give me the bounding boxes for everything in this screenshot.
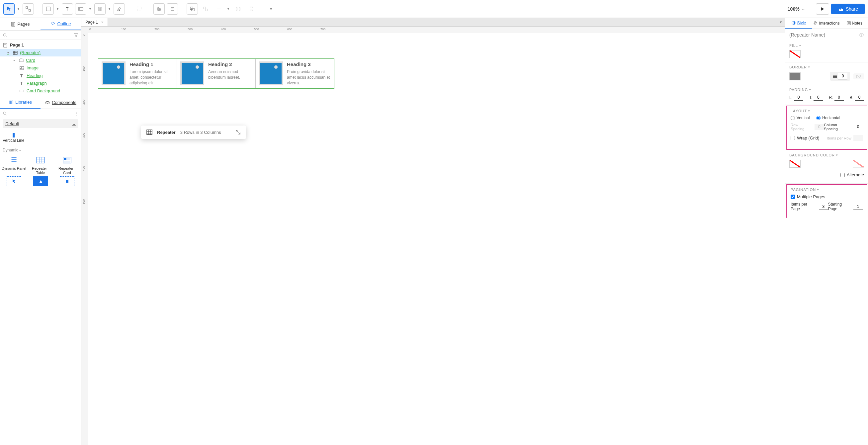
align-dropdown[interactable]: ▾ [226,7,230,11]
tree-image[interactable]: Image [0,64,81,72]
lib-dynamic-panel[interactable]: Dynamic Panel [1,155,27,175]
tree-repeater[interactable]: ▾ (Repeater) [0,49,81,57]
align-tool[interactable] [213,3,224,14]
layout-horizontal[interactable]: Horizontal [816,116,840,120]
starting-page[interactable] [854,203,863,210]
lib-repeater-table[interactable]: Repeater - Table [28,155,53,175]
tab-outline[interactable]: Outline [40,18,81,30]
border-style[interactable] [854,73,864,80]
card-body: Aenean euismod bibendum laoreet. [208,69,252,81]
svg-rect-19 [236,8,237,10]
card-3[interactable]: Heading 3Proin gravida dolor sit amet la… [256,59,334,88]
svg-line-43 [6,114,7,116]
repeater-widget[interactable]: Heading 1Lorem ipsum dolor sit amet, con… [98,59,334,89]
tree-card[interactable]: ▾ Card [0,57,81,64]
outline-search[interactable] [9,33,72,37]
svg-text:T: T [20,82,23,85]
svg-point-27 [3,34,6,36]
section-border: BORDER ▾ [785,62,868,85]
alternate-checkbox[interactable]: Alternate [840,172,864,177]
lib-default-dropdown[interactable]: Default ⌄ [3,119,79,128]
text-tool[interactable]: T [62,3,73,14]
badge-info: 3 Rows in 3 Columns [180,130,221,135]
align-bottom[interactable] [153,3,165,14]
input-dropdown[interactable]: ▾ [88,7,92,11]
card-1[interactable]: Heading 1Lorem ipsum dolor sit amet, con… [98,59,177,88]
tree-heading[interactable]: T Heading [0,72,81,80]
bg-swatch-1[interactable] [789,160,801,168]
items-per-row [854,135,863,141]
border-swatch[interactable] [789,72,801,81]
wrap-checkbox[interactable]: Wrap (Grid) [790,135,819,140]
fill-swatch[interactable] [789,50,801,58]
lib-vline-item[interactable]: Vertical Line [0,129,81,145]
padding-b[interactable] [855,94,864,101]
tab-pages[interactable]: Pages [0,18,40,30]
group-tool[interactable] [133,3,145,14]
shape-dropdown[interactable]: ▾ [55,7,60,11]
filter-icon[interactable] [74,33,79,37]
svg-rect-1 [29,10,31,11]
group-btn[interactable] [187,3,198,14]
lib-dynamic-header[interactable]: Dynamic ▾ [0,145,81,154]
input-tool[interactable] [75,3,86,14]
distribute-v[interactable] [246,3,257,14]
padding-r[interactable] [834,94,844,101]
tree-paragraph[interactable]: T Paragraph [0,80,81,87]
widget-name-input[interactable] [789,32,849,37]
tab-libraries[interactable]: Libraries [0,96,40,108]
tree-page[interactable]: Page 1 [0,41,81,49]
card-2[interactable]: Heading 2Aenean euismod bibendum laoreet… [177,59,256,88]
layout-vertical[interactable]: Vertical [790,116,810,120]
tab-style[interactable]: Style [785,18,812,29]
lib-menu-icon[interactable]: ⋮ [74,111,79,116]
layers-tool[interactable] [94,3,105,14]
pen-tool[interactable] [114,3,125,14]
page-tab[interactable]: Page 1 × [81,18,108,26]
expand-icon[interactable] [236,129,241,135]
distribute-h[interactable] [232,3,244,14]
multiple-pages-checkbox[interactable]: Multiple Pages [790,194,863,199]
padding-t[interactable] [813,94,823,101]
svg-point-42 [3,112,6,115]
border-width[interactable] [830,72,850,81]
tab-interactions[interactable]: Interactions [812,18,841,29]
overflow-icon[interactable]: » [266,3,277,14]
layers-dropdown[interactable]: ▾ [107,7,112,11]
close-tab-icon[interactable]: × [101,20,103,25]
image-placeholder [259,61,283,85]
tab-dropdown[interactable]: ▾ [780,18,785,26]
section-pagination: PAGINATION ▾ Multiple Pages Items per Pa… [786,184,867,218]
lib-placeholder-3[interactable] [55,176,80,186]
items-per-page[interactable] [819,203,828,210]
svg-rect-31 [13,51,17,55]
tab-notes[interactable]: Notes [841,18,868,29]
canvas[interactable]: Heading 1Lorem ipsum dolor sit amet, con… [88,33,785,445]
bg-swatch-2[interactable] [853,160,864,168]
select-dropdown[interactable]: ▾ [16,7,21,11]
svg-rect-39 [20,90,24,92]
lib-search[interactable] [9,111,72,116]
padding-l[interactable] [794,94,803,101]
preview-button[interactable] [816,3,829,14]
zoom-dropdown[interactable]: ⌄ [802,6,805,11]
align-text[interactable] [167,3,178,14]
rectangle-tool[interactable] [42,3,54,14]
border-width-input[interactable] [838,73,847,80]
lib-placeholder-1[interactable] [1,176,27,186]
svg-rect-22 [250,10,253,11]
tab-components[interactable]: Components [40,96,81,108]
svg-rect-0 [26,7,28,8]
lib-placeholder-2[interactable] [28,176,53,186]
section-layout: LAYOUT ▾ Vertical Horizontal Row Spacing… [786,105,867,150]
visibility-icon[interactable] [859,33,864,37]
tree-cardbg[interactable]: Card Background [0,87,81,95]
selection-badge[interactable]: Repeater 3 Rows in 3 Columns [141,126,246,139]
image-placeholder [102,61,126,85]
lib-repeater-card[interactable]: Repeater - Card [55,155,80,175]
connector-tool[interactable] [23,3,34,14]
col-spacing[interactable] [854,124,863,130]
select-tool[interactable] [3,3,14,14]
share-button[interactable]: Share [831,4,865,14]
ungroup-btn[interactable] [200,3,211,14]
